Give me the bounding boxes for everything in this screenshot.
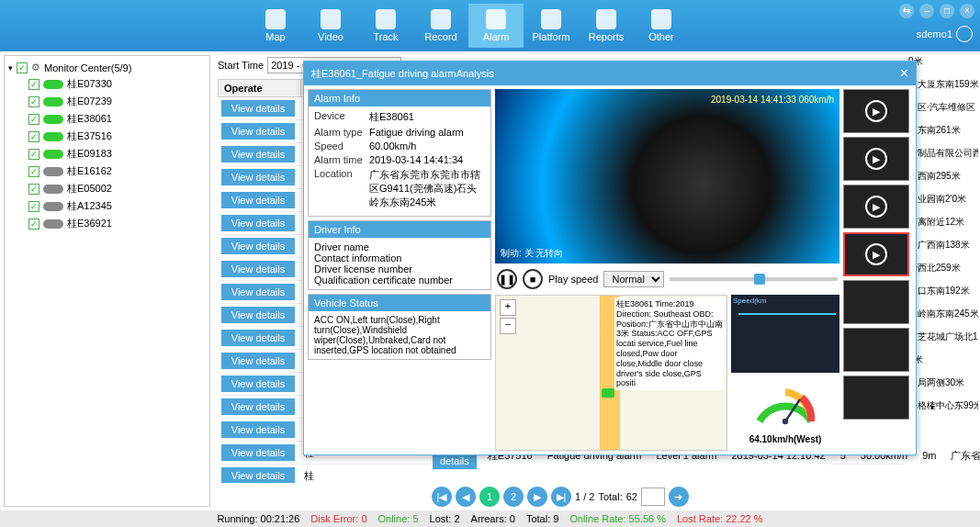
view-details-button[interactable]: View details bbox=[221, 330, 295, 346]
video-thumbnail[interactable] bbox=[843, 280, 909, 324]
view-details-button[interactable]: View details bbox=[221, 444, 295, 461]
video-thumbnail[interactable]: ▶ bbox=[843, 89, 909, 133]
speed-chart: Speed(km bbox=[731, 295, 839, 373]
checkbox[interactable]: ✓ bbox=[28, 201, 39, 212]
user-area[interactable]: sdemo1 bbox=[917, 26, 973, 42]
view-details-button[interactable]: View details bbox=[221, 307, 295, 323]
checkbox[interactable]: ✓ bbox=[28, 166, 39, 177]
view-details-button[interactable]: View details bbox=[221, 169, 295, 185]
swap-icon[interactable]: ⇆ bbox=[899, 4, 914, 18]
tree-item[interactable]: ✓桂E07330 bbox=[8, 75, 206, 93]
svg-point-1 bbox=[783, 419, 788, 424]
view-details-button[interactable]: View details bbox=[221, 376, 295, 392]
next-page-button[interactable]: ▶ bbox=[527, 487, 547, 507]
view-details-button[interactable]: View details bbox=[221, 261, 295, 277]
go-page-button[interactable]: ➜ bbox=[669, 487, 689, 507]
zoom-out-button[interactable]: − bbox=[500, 318, 516, 334]
nav-track[interactable]: Track bbox=[358, 4, 413, 48]
view-details-button[interactable]: View details bbox=[221, 467, 295, 483]
tree-item[interactable]: ✓桂E16162 bbox=[8, 163, 206, 180]
prev-page-button[interactable]: ◀ bbox=[456, 487, 476, 507]
view-details-button[interactable]: View details bbox=[221, 238, 295, 254]
view-details-button[interactable]: View details bbox=[221, 421, 295, 438]
start-time-label: Start Time bbox=[218, 60, 264, 71]
nav-record[interactable]: Record bbox=[413, 4, 468, 48]
tree-item[interactable]: ✓桂E36921 bbox=[8, 215, 206, 232]
location-text: 盼格榷中心东99米 bbox=[908, 399, 978, 412]
view-details-button[interactable]: View details bbox=[221, 123, 295, 140]
view-details-button[interactable]: View details bbox=[221, 215, 295, 231]
checkbox[interactable]: ✓ bbox=[28, 79, 39, 90]
nav-alarm[interactable]: Alarm bbox=[468, 4, 524, 48]
checkbox[interactable]: ✓ bbox=[17, 62, 28, 73]
view-details-button[interactable]: View details bbox=[221, 192, 295, 208]
video-thumbnail[interactable]: ▶ bbox=[843, 185, 909, 229]
nav-platform[interactable]: Platform bbox=[524, 4, 579, 48]
view-details-button[interactable]: View details bbox=[221, 100, 295, 117]
tree-item[interactable]: ✓桂E38061 bbox=[8, 110, 206, 128]
tree-item[interactable]: ✓桂A12345 bbox=[8, 197, 206, 215]
progress-slider[interactable] bbox=[670, 277, 838, 281]
maximize-icon[interactable]: □ bbox=[940, 4, 954, 18]
location-text: 技大厦东南159米 bbox=[908, 78, 978, 91]
zoom-in-button[interactable]: + bbox=[500, 299, 516, 316]
reports-icon bbox=[596, 9, 616, 29]
close-icon[interactable]: × bbox=[960, 4, 974, 18]
tree-item[interactable]: ✓桂E07239 bbox=[8, 93, 206, 110]
first-page-button[interactable]: |◀ bbox=[432, 487, 452, 507]
view-details-button[interactable]: View details bbox=[221, 353, 295, 369]
location-text: 楼广西南138米 bbox=[908, 239, 978, 252]
device-id: 桂E37516 bbox=[67, 129, 112, 143]
view-details-button[interactable]: View details bbox=[221, 146, 295, 163]
checkbox[interactable]: ✓ bbox=[28, 184, 39, 195]
top-bar: MapVideoTrackRecordAlarmPlatformReportsO… bbox=[0, 0, 980, 51]
view-details-button[interactable]: View details bbox=[221, 284, 295, 300]
video-thumbnail[interactable]: ▶ bbox=[843, 232, 909, 276]
device-id: 桂E07239 bbox=[67, 95, 112, 108]
map-info-tooltip: 桂E38061 Time:2019 Direction: Southeast O… bbox=[614, 297, 725, 390]
tree-item[interactable]: ✓桂E37516 bbox=[8, 128, 206, 145]
device-tree: ▾ ✓ ⚙ Monitor Center(5/9) ✓桂E07330✓桂E072… bbox=[4, 55, 210, 507]
location-text: 广芝花城广场北12 bbox=[908, 331, 978, 343]
tree-item[interactable]: ✓桂E05002 bbox=[8, 180, 206, 197]
alarm-info-panel: Alarm Info Device桂E38061 Alarm typeFatig… bbox=[308, 89, 491, 217]
status-icon bbox=[43, 219, 63, 229]
page-input[interactable] bbox=[641, 488, 665, 506]
view-details-button[interactable]: View details bbox=[221, 398, 295, 415]
main-nav: MapVideoTrackRecordAlarmPlatformReportsO… bbox=[248, 4, 689, 48]
device-id: 桂E09183 bbox=[67, 147, 112, 161]
stop-button[interactable]: ■ bbox=[523, 269, 543, 289]
play-speed-select[interactable]: Normal bbox=[603, 271, 664, 287]
checkbox[interactable]: ✓ bbox=[28, 219, 39, 230]
nav-other[interactable]: Other bbox=[634, 4, 689, 48]
checkbox[interactable]: ✓ bbox=[28, 131, 39, 142]
map[interactable]: + − 桂E38061 Time:2019 Direction: Southea… bbox=[495, 295, 727, 451]
minimize-icon[interactable]: – bbox=[919, 4, 934, 18]
video-thumbnail[interactable] bbox=[843, 328, 909, 372]
modal-close-icon[interactable]: × bbox=[900, 65, 908, 82]
location-text: 夏东南261米 bbox=[908, 124, 978, 137]
nav-map[interactable]: Map bbox=[248, 4, 303, 48]
checkbox[interactable]: ✓ bbox=[28, 149, 39, 160]
video-thumbnail[interactable] bbox=[843, 376, 909, 420]
last-page-button[interactable]: ▶| bbox=[551, 487, 571, 507]
tree-item[interactable]: ✓桂E09183 bbox=[8, 145, 206, 163]
nav-video[interactable]: Video bbox=[303, 4, 358, 48]
nav-reports[interactable]: Reports bbox=[579, 4, 634, 48]
video-player[interactable]: 2019-03-14 14:41:33 060km/h 制动: 关 无转向 bbox=[495, 89, 839, 264]
page-1-button[interactable]: 1 bbox=[479, 487, 500, 507]
tree-root-label: Monitor Center(5/9) bbox=[44, 62, 131, 73]
pause-button[interactable]: ❚❚ bbox=[497, 269, 517, 289]
track-icon bbox=[376, 9, 396, 29]
play-icon: ▶ bbox=[865, 243, 887, 265]
checkbox[interactable]: ✓ bbox=[28, 114, 39, 125]
play-icon: ▶ bbox=[865, 100, 887, 122]
video-thumbnail[interactable]: ▶ bbox=[843, 137, 909, 181]
alarm-icon bbox=[486, 9, 506, 29]
record-icon bbox=[431, 9, 451, 29]
page-2-button[interactable]: 2 bbox=[503, 487, 524, 507]
status-icon bbox=[43, 150, 63, 159]
collapse-icon[interactable]: ▾ bbox=[8, 63, 13, 73]
checkbox[interactable]: ✓ bbox=[28, 96, 39, 107]
tree-root[interactable]: ▾ ✓ ⚙ Monitor Center(5/9) bbox=[8, 60, 206, 75]
